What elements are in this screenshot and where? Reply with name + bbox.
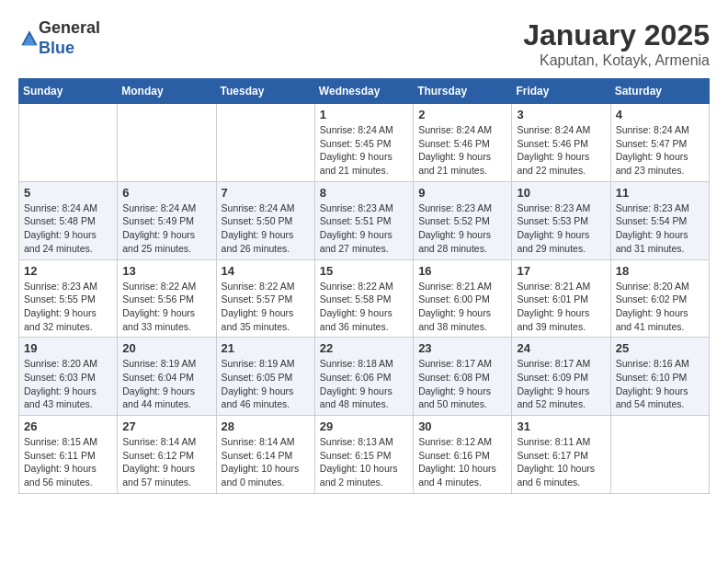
day-number: 17 [517, 264, 605, 278]
day-info: Sunrise: 8:23 AM Sunset: 5:52 PM Dayligh… [418, 201, 506, 256]
day-info: Sunrise: 8:22 AM Sunset: 5:57 PM Dayligh… [222, 280, 310, 334]
day-number: 13 [122, 264, 210, 278]
day-info: Sunrise: 8:11 AM Sunset: 6:17 PM Dayligh… [517, 435, 605, 489]
calendar-cell: 3Sunrise: 8:24 AM Sunset: 5:46 PM Daylig… [512, 104, 610, 182]
day-info: Sunrise: 8:13 AM Sunset: 6:15 PM Dayligh… [320, 435, 408, 489]
day-info: Sunrise: 8:22 AM Sunset: 5:58 PM Dayligh… [320, 280, 408, 334]
calendar-subtitle: Kaputan, Kotayk, Armenia [523, 52, 710, 69]
calendar-table: SundayMondayTuesdayWednesdayThursdayFrid… [18, 78, 710, 494]
title-block: January 2025 Kaputan, Kotayk, Armenia [523, 18, 710, 69]
calendar-cell: 30Sunrise: 8:12 AM Sunset: 6:16 PM Dayli… [414, 416, 512, 494]
day-number: 21 [222, 341, 310, 355]
day-info: Sunrise: 8:15 AM Sunset: 6:11 PM Dayligh… [24, 435, 112, 489]
day-number: 16 [418, 264, 506, 278]
calendar-cell: 22Sunrise: 8:18 AM Sunset: 6:06 PM Dayli… [314, 338, 413, 416]
day-number: 6 [122, 186, 210, 200]
logo-icon [20, 29, 39, 48]
calendar-cell: 16Sunrise: 8:21 AM Sunset: 6:00 PM Dayli… [414, 259, 512, 338]
calendar-cell: 5Sunrise: 8:24 AM Sunset: 5:48 PM Daylig… [19, 181, 118, 259]
calendar-cell: 27Sunrise: 8:14 AM Sunset: 6:12 PM Dayli… [118, 416, 216, 494]
day-number: 5 [24, 186, 112, 200]
calendar-cell [216, 104, 314, 182]
calendar-cell: 10Sunrise: 8:23 AM Sunset: 5:53 PM Dayli… [512, 181, 610, 259]
day-number: 15 [320, 264, 408, 278]
day-info: Sunrise: 8:14 AM Sunset: 6:14 PM Dayligh… [222, 435, 310, 489]
day-info: Sunrise: 8:20 AM Sunset: 6:03 PM Dayligh… [24, 357, 112, 411]
calendar-cell: 11Sunrise: 8:23 AM Sunset: 5:54 PM Dayli… [610, 181, 709, 259]
day-number: 27 [122, 419, 210, 433]
calendar-week-row: 19Sunrise: 8:20 AM Sunset: 6:03 PM Dayli… [19, 338, 710, 416]
day-of-week-header: Saturday [610, 79, 709, 104]
day-info: Sunrise: 8:17 AM Sunset: 6:09 PM Dayligh… [517, 357, 605, 411]
day-number: 18 [616, 264, 704, 278]
day-info: Sunrise: 8:19 AM Sunset: 6:05 PM Dayligh… [222, 357, 310, 411]
calendar-cell: 28Sunrise: 8:14 AM Sunset: 6:14 PM Dayli… [216, 416, 314, 494]
day-info: Sunrise: 8:22 AM Sunset: 5:56 PM Dayligh… [122, 280, 210, 334]
day-info: Sunrise: 8:23 AM Sunset: 5:53 PM Dayligh… [517, 201, 605, 256]
day-number: 23 [418, 341, 506, 355]
calendar-cell [19, 104, 118, 182]
day-info: Sunrise: 8:24 AM Sunset: 5:47 PM Dayligh… [616, 123, 704, 178]
day-of-week-header: Thursday [414, 79, 512, 104]
day-number: 29 [320, 419, 408, 433]
day-of-week-header: Sunday [19, 79, 118, 104]
day-info: Sunrise: 8:23 AM Sunset: 5:54 PM Dayligh… [616, 201, 704, 256]
calendar-cell: 18Sunrise: 8:20 AM Sunset: 6:02 PM Dayli… [610, 259, 709, 338]
calendar-cell: 6Sunrise: 8:24 AM Sunset: 5:49 PM Daylig… [118, 181, 216, 259]
day-of-week-header: Friday [512, 79, 610, 104]
day-number: 7 [222, 186, 310, 200]
calendar-title: January 2025 [523, 18, 710, 52]
calendar-cell: 7Sunrise: 8:24 AM Sunset: 5:50 PM Daylig… [216, 181, 314, 259]
calendar-week-row: 26Sunrise: 8:15 AM Sunset: 6:11 PM Dayli… [19, 416, 710, 494]
day-number: 20 [122, 341, 210, 355]
calendar-week-row: 12Sunrise: 8:23 AM Sunset: 5:55 PM Dayli… [19, 259, 710, 338]
day-number: 30 [418, 419, 506, 433]
day-info: Sunrise: 8:24 AM Sunset: 5:50 PM Dayligh… [222, 201, 310, 256]
calendar-cell [610, 416, 709, 494]
day-info: Sunrise: 8:14 AM Sunset: 6:12 PM Dayligh… [122, 435, 210, 489]
calendar-cell: 1Sunrise: 8:24 AM Sunset: 5:45 PM Daylig… [314, 104, 413, 182]
logo-general-text: General [39, 18, 100, 39]
day-info: Sunrise: 8:24 AM Sunset: 5:46 PM Dayligh… [517, 123, 605, 178]
day-number: 2 [418, 108, 506, 121]
calendar-cell: 31Sunrise: 8:11 AM Sunset: 6:17 PM Dayli… [512, 416, 610, 494]
calendar-cell: 9Sunrise: 8:23 AM Sunset: 5:52 PM Daylig… [414, 181, 512, 259]
day-info: Sunrise: 8:16 AM Sunset: 6:10 PM Dayligh… [616, 357, 704, 411]
day-info: Sunrise: 8:12 AM Sunset: 6:16 PM Dayligh… [418, 435, 506, 489]
day-of-week-header: Monday [118, 79, 216, 104]
logo-blue-text: Blue [39, 39, 100, 59]
day-number: 8 [320, 186, 408, 200]
day-number: 9 [418, 186, 506, 200]
calendar-cell: 8Sunrise: 8:23 AM Sunset: 5:51 PM Daylig… [314, 181, 413, 259]
day-number: 3 [517, 108, 605, 121]
day-of-week-header: Wednesday [314, 79, 413, 104]
day-info: Sunrise: 8:17 AM Sunset: 6:08 PM Dayligh… [418, 357, 506, 411]
calendar-cell: 23Sunrise: 8:17 AM Sunset: 6:08 PM Dayli… [414, 338, 512, 416]
calendar-cell: 12Sunrise: 8:23 AM Sunset: 5:55 PM Dayli… [19, 259, 118, 338]
day-number: 19 [24, 341, 112, 355]
calendar-cell: 25Sunrise: 8:16 AM Sunset: 6:10 PM Dayli… [610, 338, 709, 416]
day-of-week-header: Tuesday [216, 79, 314, 104]
calendar-cell: 13Sunrise: 8:22 AM Sunset: 5:56 PM Dayli… [118, 259, 216, 338]
day-info: Sunrise: 8:24 AM Sunset: 5:48 PM Dayligh… [24, 201, 112, 256]
day-info: Sunrise: 8:24 AM Sunset: 5:45 PM Dayligh… [320, 123, 408, 178]
calendar-cell: 15Sunrise: 8:22 AM Sunset: 5:58 PM Dayli… [314, 259, 413, 338]
day-number: 31 [517, 419, 605, 433]
day-info: Sunrise: 8:21 AM Sunset: 6:00 PM Dayligh… [418, 280, 506, 334]
calendar-week-row: 1Sunrise: 8:24 AM Sunset: 5:45 PM Daylig… [19, 104, 710, 182]
day-info: Sunrise: 8:24 AM Sunset: 5:49 PM Dayligh… [122, 201, 210, 256]
day-number: 28 [222, 419, 310, 433]
day-info: Sunrise: 8:23 AM Sunset: 5:51 PM Dayligh… [320, 201, 408, 256]
day-number: 4 [616, 108, 704, 121]
day-number: 10 [517, 186, 605, 200]
day-number: 24 [517, 341, 605, 355]
day-info: Sunrise: 8:19 AM Sunset: 6:04 PM Dayligh… [122, 357, 210, 411]
calendar-header-row: SundayMondayTuesdayWednesdayThursdayFrid… [19, 79, 710, 104]
calendar-cell: 24Sunrise: 8:17 AM Sunset: 6:09 PM Dayli… [512, 338, 610, 416]
day-number: 25 [616, 341, 704, 355]
day-number: 26 [24, 419, 112, 433]
logo: General Blue [18, 18, 100, 58]
calendar-cell [118, 104, 216, 182]
day-info: Sunrise: 8:21 AM Sunset: 6:01 PM Dayligh… [517, 280, 605, 334]
calendar-cell: 21Sunrise: 8:19 AM Sunset: 6:05 PM Dayli… [216, 338, 314, 416]
